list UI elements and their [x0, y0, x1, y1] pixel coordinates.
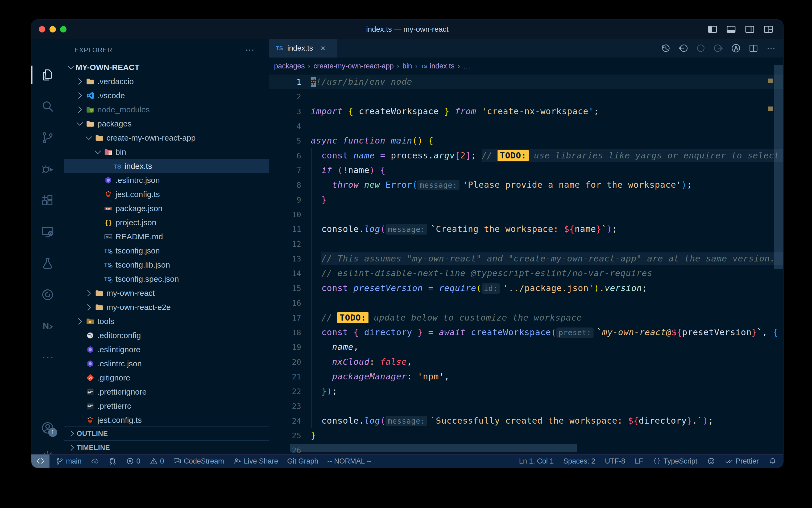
status-eol[interactable]: LF	[635, 457, 643, 465]
status-codestream[interactable]: CodeStream	[173, 457, 224, 465]
tree-item-index.ts[interactable]: TSindex.ts	[64, 159, 269, 173]
circle-arrow-right-icon[interactable]	[713, 43, 724, 53]
tree-item-packages[interactable]: packages	[64, 117, 269, 131]
horizontal-scrollbar[interactable]	[290, 444, 577, 452]
activity-beaker-icon[interactable]	[41, 256, 54, 270]
tree-item-tsconfig.spec.json[interactable]: TStsconfig.spec.json	[64, 272, 269, 286]
status-publish[interactable]	[91, 457, 99, 465]
arrow-left-circle-icon[interactable]	[678, 43, 688, 53]
code-line-4[interactable]: 4	[269, 119, 783, 133]
code-line-9[interactable]: 9 }	[269, 193, 783, 207]
tree-item-.prettierignore[interactable]: .prettierignore	[64, 385, 269, 399]
status-feedback[interactable]	[707, 457, 715, 465]
code-line-7[interactable]: 7 if (!name) {	[269, 163, 783, 178]
tree-item-.editorconfig[interactable]: .editorconfig	[64, 328, 269, 342]
circle-icon[interactable]	[696, 43, 706, 53]
code-line-16[interactable]: 16	[269, 296, 783, 310]
tree-item-tsconfig.lib.json[interactable]: TStsconfig.lib.json	[64, 258, 269, 272]
explorer-more-actions-icon[interactable]: ···	[245, 44, 254, 54]
tree-item-.eslintrc.json[interactable]: .eslintrc.json	[64, 173, 269, 187]
code-line-12[interactable]: 12	[269, 237, 783, 251]
status-prettier[interactable]: Prettier	[725, 457, 759, 465]
code-line-5[interactable]: 5async function main() {	[269, 133, 783, 148]
activity-account-icon[interactable]: 1	[41, 421, 54, 435]
tree-item-README.md[interactable]: MREADME.md	[64, 229, 269, 244]
split-editor-icon[interactable]	[748, 43, 759, 53]
section-timeline[interactable]: TIMELINE	[64, 440, 269, 455]
status-vim-mode[interactable]: -- NORMAL --	[327, 457, 371, 465]
code-line-6[interactable]: 6 const name = process.argv[2]; // TODO:…	[269, 148, 783, 163]
tree-item-package.json[interactable]: npmpackage.json	[64, 201, 269, 215]
activity-more-icon[interactable]	[41, 351, 54, 365]
tree-item-my-own-react-e2e[interactable]: my-own-react-e2e	[64, 300, 269, 314]
status-language-mode[interactable]: TypeScript	[653, 457, 697, 465]
close-tab-icon[interactable]: ×	[321, 43, 326, 53]
tree-item-tools[interactable]: tools	[64, 314, 269, 328]
tree-item-.verdaccio[interactable]: .verdaccio	[64, 74, 269, 88]
code-line-23[interactable]: 23	[269, 399, 783, 414]
code-line-21[interactable]: 21 packageManager: 'npm',	[269, 369, 783, 384]
remote-indicator[interactable]	[32, 455, 49, 468]
activity-remote-explorer-icon[interactable]	[41, 225, 54, 239]
layout-sidebar-left-icon[interactable]	[707, 24, 718, 35]
status-live-share[interactable]: Live Share	[233, 457, 278, 465]
status-cursor-position[interactable]: Ln 1, Col 1	[519, 457, 554, 465]
status-errors[interactable]: 0	[126, 457, 140, 465]
layout-grid-icon[interactable]	[763, 24, 774, 35]
code-line-15[interactable]: 15 const presetVersion = require(id:'../…	[269, 281, 783, 296]
code-line-1[interactable]: 1#!/usr/bin/env node	[269, 75, 783, 89]
status-git-graph[interactable]: Git Graph	[287, 457, 318, 465]
tree-item-bin[interactable]: 0110bin	[64, 145, 269, 159]
tree-item-create-my-own-react-app[interactable]: create-my-own-react-app	[64, 131, 269, 145]
tree-item-jest.config.ts[interactable]: jest.config.ts	[64, 413, 269, 427]
vertical-scrollbar[interactable]	[774, 65, 783, 269]
tree-root-MY-OWN-REACT[interactable]: MY-OWN-REACT	[64, 60, 269, 74]
layout-sidebar-right-icon[interactable]	[745, 24, 755, 35]
ellipsis-icon[interactable]	[766, 43, 776, 53]
tree-item-jest.config.ts[interactable]: jest.config.ts	[64, 187, 269, 201]
status-git-branch-main[interactable]: main	[55, 457, 82, 465]
code-line-8[interactable]: 8 throw new Error(message:'Please provid…	[269, 178, 783, 192]
activity-source-control-icon[interactable]	[41, 131, 54, 144]
section-outline[interactable]: OUTLINE	[64, 426, 269, 441]
status-warnings[interactable]: 0	[149, 457, 164, 465]
status-git-actions[interactable]	[108, 457, 117, 465]
activity-nx-console-icon[interactable]: N	[41, 319, 54, 333]
activity-files-icon[interactable]	[41, 68, 54, 82]
breadcrumb-item-…[interactable]: …	[463, 62, 470, 70]
tab-index-ts[interactable]: TS index.ts ×	[269, 39, 337, 57]
code-line-13[interactable]: 13 // This assumes "my-own-react" and "c…	[269, 251, 783, 266]
code-line-20[interactable]: 20 nxCloud: false,	[269, 355, 783, 369]
code-line-17[interactable]: 17 // TODO: update below to customize th…	[269, 310, 783, 325]
breadcrumb-item-index.ts[interactable]: TSindex.ts	[421, 62, 455, 70]
tree-item-node_modules[interactable]: JSnode_modules	[64, 102, 269, 117]
code-line-10[interactable]: 10	[269, 207, 783, 222]
breadcrumb-item-bin[interactable]: bin	[402, 62, 412, 70]
code-line-19[interactable]: 19 name,	[269, 340, 783, 354]
activity-extensions-icon[interactable]	[41, 194, 54, 207]
activity-codestream-icon[interactable]	[41, 288, 54, 302]
code-line-2[interactable]: 2	[269, 89, 783, 104]
layout-panel-icon[interactable]	[726, 24, 736, 35]
status-notifications[interactable]	[768, 457, 777, 465]
tree-item-my-own-react[interactable]: my-own-react	[64, 286, 269, 300]
tree-item-.prettierrc[interactable]: .prettierrc	[64, 399, 269, 413]
tree-item-tsconfig.json[interactable]: TStsconfig.json	[64, 244, 269, 258]
tree-item-.eslintrc.json[interactable]: .eslintrc.json	[64, 356, 269, 371]
status-encoding[interactable]: UTF-8	[605, 457, 625, 465]
code-line-3[interactable]: 3import { createWorkspace } from 'create…	[269, 104, 783, 119]
code-editor[interactable]: 1#!/usr/bin/env node23import { createWor…	[269, 75, 783, 455]
code-line-14[interactable]: 14 // eslint-disable-next-line @typescri…	[269, 266, 783, 281]
git-circle-icon[interactable]	[730, 43, 741, 53]
activity-debug-icon[interactable]	[41, 162, 54, 176]
history-icon[interactable]	[660, 43, 671, 53]
breadcrumb-item-create-my-own-react-app[interactable]: create-my-own-react-app	[314, 62, 394, 70]
code-line-11[interactable]: 11 console.log(message:`Creating the wor…	[269, 222, 783, 237]
tree-item-.vscode[interactable]: .vscode	[64, 88, 269, 102]
tree-item-project.json[interactable]: {}project.json	[64, 215, 269, 229]
tree-item-.gitignore[interactable]: .gitignore	[64, 371, 269, 385]
code-line-25[interactable]: 25}	[269, 428, 783, 443]
code-line-18[interactable]: 18 const { directory } = await createWor…	[269, 325, 783, 340]
code-line-22[interactable]: 22 });	[269, 384, 783, 398]
code-line-24[interactable]: 24 console.log(message:`Successfully cre…	[269, 414, 783, 428]
